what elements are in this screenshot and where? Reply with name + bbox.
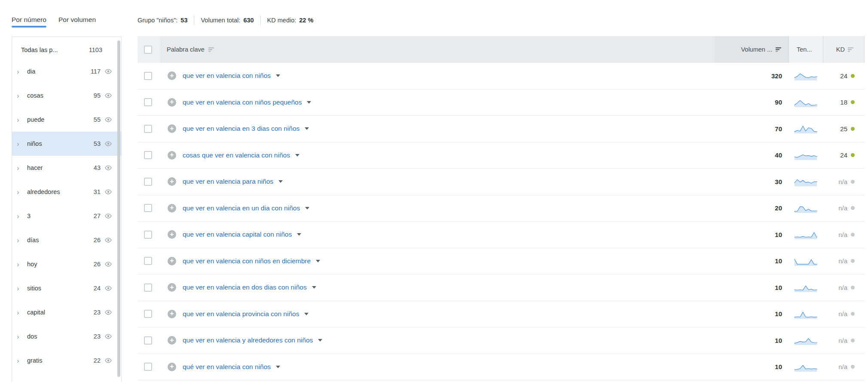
keyword-link[interactable]: cosas que ver en valencia con niños <box>183 151 290 159</box>
row-checkbox[interactable] <box>144 98 152 106</box>
tab-por-volumen[interactable]: Por volumen <box>58 16 96 28</box>
column-header-keyword[interactable]: Palabra clave <box>160 36 715 63</box>
keyword-link[interactable]: que ver en valencia con niños en diciemb… <box>183 257 311 265</box>
eye-icon[interactable] <box>104 260 112 268</box>
add-keyword-plus-icon[interactable] <box>168 177 176 186</box>
keyword-link[interactable]: que ver en valencia con niños pequeños <box>183 99 302 106</box>
eye-icon[interactable] <box>104 357 112 364</box>
caret-down-icon[interactable] <box>316 260 320 262</box>
tab-por-numero[interactable]: Por número <box>12 16 46 28</box>
row-checkbox[interactable] <box>144 125 152 133</box>
row-checkbox[interactable] <box>144 336 152 345</box>
keyword-link[interactable]: que ver en valencia provincia con niños <box>183 310 299 318</box>
caret-down-icon[interactable] <box>278 180 283 183</box>
sidebar-group-item[interactable]: 3 27 <box>12 204 121 228</box>
add-keyword-plus-icon[interactable] <box>168 98 176 107</box>
sidebar-group-item[interactable]: dos 23 <box>12 324 121 348</box>
eye-icon[interactable] <box>104 236 112 244</box>
row-checkbox[interactable] <box>144 151 152 159</box>
keyword-link[interactable]: que ver en valencia para niños <box>183 178 273 185</box>
row-checkbox[interactable] <box>144 283 152 292</box>
chevron-right-icon[interactable] <box>17 188 24 196</box>
chevron-right-icon[interactable] <box>17 116 24 123</box>
row-checkbox[interactable] <box>144 204 152 212</box>
chevron-right-icon[interactable] <box>17 213 24 220</box>
eye-icon[interactable] <box>104 92 112 99</box>
caret-down-icon[interactable] <box>312 286 316 289</box>
caret-down-icon[interactable] <box>295 154 300 157</box>
chevron-right-icon[interactable] <box>17 309 24 316</box>
chevron-right-icon[interactable] <box>17 357 24 364</box>
sidebar-group-item[interactable]: dia 117 <box>12 59 121 83</box>
add-keyword-plus-icon[interactable] <box>168 204 176 213</box>
row-checkbox[interactable] <box>144 257 152 265</box>
row-checkbox[interactable] <box>144 72 152 80</box>
eye-icon[interactable] <box>104 333 112 340</box>
sidebar-group-item[interactable]: sitios 24 <box>12 276 121 300</box>
caret-down-icon[interactable] <box>307 101 311 104</box>
chevron-right-icon[interactable] <box>17 237 24 244</box>
keyword-link[interactable]: que ver en valencia con niños <box>183 72 271 80</box>
caret-down-icon[interactable] <box>304 313 309 315</box>
keyword-link[interactable]: qué ver en valencia con niños <box>183 363 271 371</box>
sidebar-group-item[interactable]: capital 23 <box>12 300 121 324</box>
eye-icon[interactable] <box>104 284 112 292</box>
column-header-kd[interactable]: KD <box>823 36 865 63</box>
sidebar-group-item[interactable]: cosas 95 <box>12 83 121 108</box>
sidebar-group-item[interactable]: niños 53 <box>12 132 121 156</box>
keyword-link[interactable]: que ver en valencia en 3 dias con niños <box>183 125 300 132</box>
caret-down-icon[interactable] <box>276 366 280 368</box>
sidebar-group-item[interactable]: hacer 43 <box>12 156 121 180</box>
eye-icon[interactable] <box>104 116 112 123</box>
add-keyword-plus-icon[interactable] <box>168 71 176 80</box>
add-keyword-plus-icon[interactable] <box>168 310 176 318</box>
sidebar-group-item[interactable]: hoy 26 <box>12 252 121 276</box>
column-header-volume[interactable]: Volumen ... <box>715 36 789 63</box>
sort-icon[interactable] <box>848 47 854 52</box>
sidebar-group-item[interactable]: puede 55 <box>12 108 121 132</box>
caret-down-icon[interactable] <box>276 74 280 77</box>
add-keyword-plus-icon[interactable] <box>168 230 176 239</box>
eye-icon[interactable] <box>104 68 112 75</box>
add-keyword-plus-icon[interactable] <box>168 151 176 160</box>
caret-down-icon[interactable] <box>305 207 309 209</box>
keyword-link[interactable]: que ver en valencia y alrededores con ni… <box>183 336 313 344</box>
chevron-right-icon[interactable] <box>17 333 24 340</box>
chevron-right-icon[interactable] <box>17 261 24 268</box>
sidebar-group-item[interactable]: gratis 22 <box>12 348 121 373</box>
add-keyword-plus-icon[interactable] <box>168 283 176 292</box>
eye-icon[interactable] <box>104 308 112 316</box>
row-checkbox[interactable] <box>144 231 152 239</box>
row-checkbox[interactable] <box>144 178 152 186</box>
eye-icon[interactable] <box>104 140 112 148</box>
add-keyword-plus-icon[interactable] <box>168 363 176 371</box>
sidebar-group-item[interactable]: días 26 <box>12 228 121 252</box>
chevron-right-icon[interactable] <box>17 92 24 99</box>
keyword-link[interactable]: que ver en valencia en un dia con niños <box>183 204 300 212</box>
add-keyword-plus-icon[interactable] <box>168 257 176 265</box>
sort-active-icon[interactable] <box>776 47 782 52</box>
eye-icon[interactable] <box>104 212 112 220</box>
caret-down-icon[interactable] <box>318 339 322 342</box>
select-all-checkbox[interactable] <box>144 46 152 54</box>
caret-down-icon[interactable] <box>305 127 309 130</box>
sort-icon[interactable] <box>208 47 215 52</box>
keyword-link[interactable]: que ver en valencia en dos dias con niño… <box>183 283 307 291</box>
row-checkbox[interactable] <box>144 310 152 318</box>
add-keyword-plus-icon[interactable] <box>168 336 176 345</box>
row-checkbox[interactable] <box>144 363 152 371</box>
column-header-trend[interactable]: Ten... <box>789 36 823 63</box>
chevron-right-icon[interactable] <box>17 68 24 75</box>
keyword-cell: que ver en valencia provincia con niños <box>160 310 715 318</box>
chevron-right-icon[interactable] <box>17 285 24 292</box>
chevron-right-icon[interactable] <box>17 164 24 172</box>
sidebar-item-all-keywords[interactable]: Todas las p... 1103 <box>12 40 121 59</box>
sidebar-group-item[interactable]: alrededores 31 <box>12 180 121 204</box>
eye-icon[interactable] <box>104 188 112 196</box>
eye-icon[interactable] <box>104 164 112 172</box>
sidebar-scrollbar[interactable] <box>117 40 120 377</box>
keyword-link[interactable]: que ver en valencia capital con niños <box>183 231 292 238</box>
add-keyword-plus-icon[interactable] <box>168 124 176 133</box>
chevron-right-icon[interactable] <box>17 140 24 148</box>
caret-down-icon[interactable] <box>297 233 301 236</box>
